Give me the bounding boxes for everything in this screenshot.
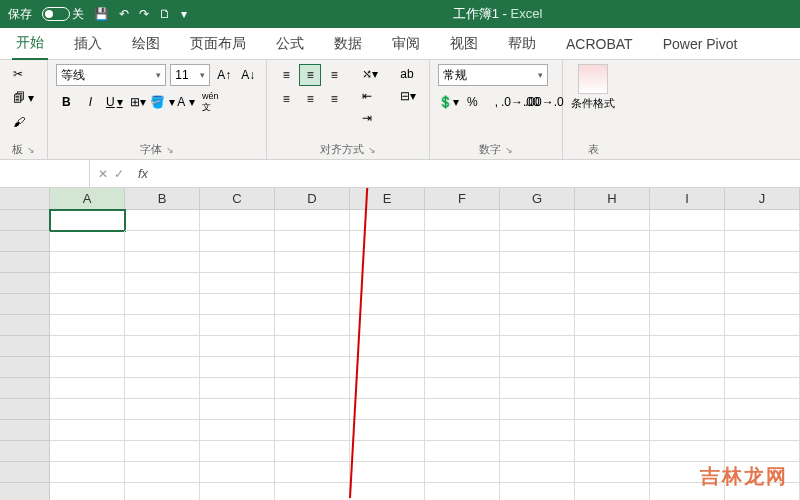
row-header[interactable] (0, 357, 50, 378)
cell[interactable] (500, 357, 575, 378)
fill-color-icon[interactable]: 🪣▾ (152, 92, 172, 112)
cell[interactable] (650, 420, 725, 441)
cell[interactable] (425, 483, 500, 500)
cell[interactable] (425, 252, 500, 273)
cell[interactable] (275, 378, 350, 399)
cell[interactable] (575, 441, 650, 462)
cancel-icon[interactable]: ✕ (98, 167, 108, 181)
cell[interactable] (500, 336, 575, 357)
col-header[interactable]: B (125, 188, 200, 210)
cell[interactable] (200, 378, 275, 399)
conditional-format-button[interactable]: 条件格式 (571, 64, 615, 111)
cell[interactable] (425, 273, 500, 294)
cell[interactable] (650, 378, 725, 399)
row-header[interactable] (0, 294, 50, 315)
cell[interactable] (725, 315, 800, 336)
row-header[interactable] (0, 420, 50, 441)
cell[interactable] (125, 483, 200, 500)
cell[interactable] (350, 399, 425, 420)
italic-button[interactable]: I (80, 92, 100, 112)
cell[interactable] (650, 294, 725, 315)
cut-icon[interactable]: ✂ (8, 64, 39, 84)
cell[interactable] (575, 294, 650, 315)
cell[interactable] (650, 315, 725, 336)
cell[interactable] (725, 336, 800, 357)
cell[interactable] (575, 462, 650, 483)
col-header[interactable]: I (650, 188, 725, 210)
col-header[interactable]: G (500, 188, 575, 210)
cell[interactable] (125, 336, 200, 357)
qat-menu-icon[interactable]: ▾ (181, 7, 187, 21)
cell[interactable] (50, 462, 125, 483)
cell[interactable] (500, 483, 575, 500)
cell[interactable] (200, 357, 275, 378)
row-header[interactable] (0, 336, 50, 357)
cell[interactable] (575, 273, 650, 294)
row-header[interactable] (0, 315, 50, 336)
cell[interactable] (425, 420, 500, 441)
cell[interactable] (50, 378, 125, 399)
cell[interactable] (575, 378, 650, 399)
cell[interactable] (350, 357, 425, 378)
cell[interactable] (350, 441, 425, 462)
col-header[interactable]: E (350, 188, 425, 210)
cell[interactable] (50, 441, 125, 462)
number-launcher-icon[interactable]: ↘ (505, 145, 513, 155)
percent-icon[interactable]: % (462, 92, 482, 112)
tab-insert[interactable]: 插入 (70, 29, 106, 59)
cell[interactable] (200, 399, 275, 420)
align-center-icon[interactable]: ≡ (299, 88, 321, 110)
cell[interactable] (725, 441, 800, 462)
cell[interactable] (125, 378, 200, 399)
cell[interactable] (200, 210, 275, 231)
number-format-combo[interactable]: 常规▾ (438, 64, 548, 86)
tab-formulas[interactable]: 公式 (272, 29, 308, 59)
cell[interactable] (425, 378, 500, 399)
copy-icon[interactable]: 🗐 ▾ (8, 88, 39, 108)
tab-data[interactable]: 数据 (330, 29, 366, 59)
select-all-corner[interactable] (0, 188, 50, 210)
cell[interactable] (50, 231, 125, 252)
cell[interactable] (575, 231, 650, 252)
row-header[interactable] (0, 378, 50, 399)
row-header[interactable] (0, 210, 50, 231)
cell[interactable] (650, 273, 725, 294)
cell[interactable] (350, 231, 425, 252)
cell[interactable] (500, 399, 575, 420)
cell[interactable] (725, 357, 800, 378)
cell[interactable] (575, 357, 650, 378)
row-header[interactable] (0, 399, 50, 420)
save-icon[interactable]: 💾 (94, 7, 109, 21)
cell[interactable] (200, 231, 275, 252)
cell[interactable] (50, 273, 125, 294)
cell[interactable] (500, 462, 575, 483)
cell[interactable] (725, 231, 800, 252)
cell[interactable] (650, 357, 725, 378)
cell[interactable] (500, 378, 575, 399)
cell[interactable] (275, 462, 350, 483)
cell[interactable] (350, 420, 425, 441)
cell[interactable] (125, 420, 200, 441)
cell[interactable] (425, 399, 500, 420)
font-launcher-icon[interactable]: ↘ (166, 145, 174, 155)
align-middle-icon[interactable]: ≡ (299, 64, 321, 86)
cell[interactable] (500, 441, 575, 462)
decrease-font-icon[interactable]: A↓ (238, 65, 258, 85)
cell[interactable] (500, 315, 575, 336)
align-bottom-icon[interactable]: ≡ (323, 64, 345, 86)
tab-acrobat[interactable]: ACROBAT (562, 30, 637, 58)
row-header[interactable] (0, 231, 50, 252)
cell[interactable] (50, 294, 125, 315)
cell[interactable] (425, 336, 500, 357)
row-header[interactable] (0, 252, 50, 273)
cell[interactable] (500, 252, 575, 273)
cell[interactable] (125, 441, 200, 462)
col-header[interactable]: H (575, 188, 650, 210)
row-header[interactable] (0, 273, 50, 294)
cell[interactable] (575, 252, 650, 273)
cell[interactable] (500, 294, 575, 315)
cell[interactable] (200, 483, 275, 500)
phonetic-icon[interactable]: wén 文 (200, 92, 220, 112)
cell[interactable] (200, 441, 275, 462)
cell[interactable] (50, 357, 125, 378)
